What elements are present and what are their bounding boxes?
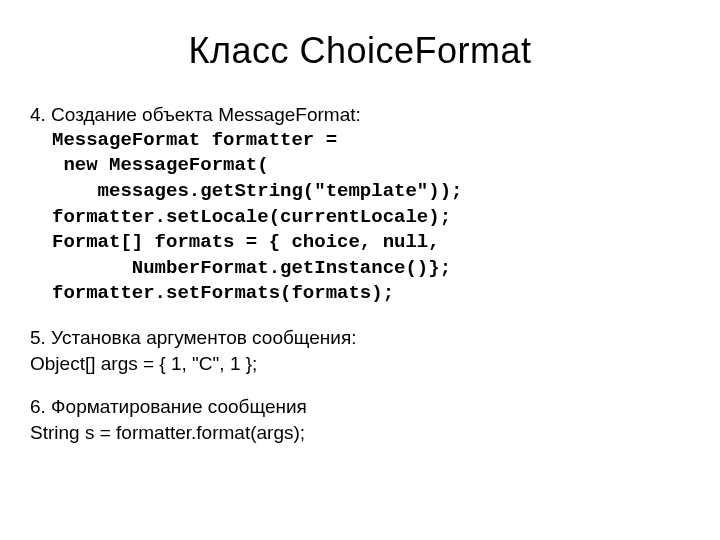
section-4-header: 4. Создание объекта MessageFormat: [30, 102, 690, 128]
section-4-code: MessageFormat formatter = new MessageFor… [52, 128, 690, 307]
slide-title: Класс ChoiceFormat [30, 30, 690, 72]
section-6-line: String s = formatter.format(args); [30, 420, 690, 446]
spacer [30, 376, 690, 394]
section-5-line: Object[] args = { 1, "C", 1 }; [30, 351, 690, 377]
slide-content: 4. Создание объекта MessageFormat: Messa… [30, 102, 690, 446]
section-5-header: 5. Установка аргументов сообщения: [30, 325, 690, 351]
spacer [30, 307, 690, 325]
section-6-header: 6. Форматирование сообщения [30, 394, 690, 420]
slide: Класс ChoiceFormat 4. Создание объекта M… [0, 0, 720, 540]
